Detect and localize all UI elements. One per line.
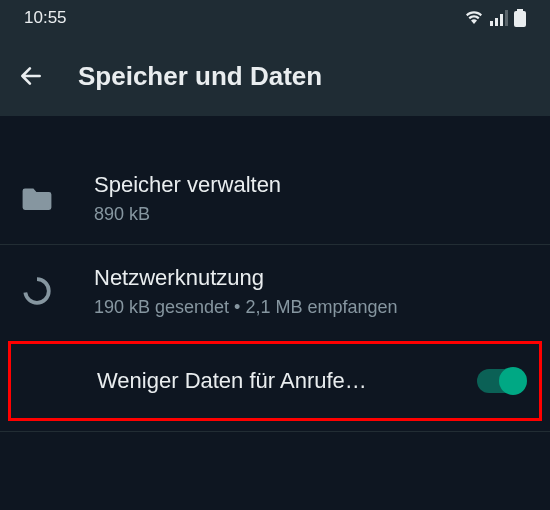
row-storage-sub: 890 kB <box>94 204 528 225</box>
signal-icon <box>490 10 508 26</box>
row-lowdata-title: Weniger Daten für Anrufe… <box>97 368 477 394</box>
divider <box>0 431 550 432</box>
status-bar: 10:55 <box>0 0 550 36</box>
back-arrow-icon[interactable] <box>18 63 44 89</box>
low-data-toggle[interactable] <box>477 369 525 393</box>
row-network-title: Netzwerknutzung <box>94 265 528 291</box>
folder-icon <box>22 186 66 210</box>
wifi-icon <box>464 10 484 26</box>
row-low-data-calls[interactable]: Weniger Daten für Anrufe… <box>8 341 542 421</box>
status-icons <box>464 9 526 27</box>
row-network-sub: 190 kB gesendet • 2,1 MB empfangen <box>94 297 528 318</box>
toggle-knob <box>499 367 527 395</box>
row-storage[interactable]: Speicher verwalten 890 kB <box>0 152 550 244</box>
settings-list: Speicher verwalten 890 kB Netzwerknutzun… <box>0 116 550 432</box>
svg-rect-0 <box>517 9 523 11</box>
battery-icon <box>514 9 526 27</box>
page-title: Speicher und Daten <box>78 61 322 92</box>
row-storage-title: Speicher verwalten <box>94 172 528 198</box>
row-network[interactable]: Netzwerknutzung 190 kB gesendet • 2,1 MB… <box>0 245 550 337</box>
header: Speicher und Daten <box>0 36 550 116</box>
svg-rect-1 <box>514 11 526 27</box>
data-usage-icon <box>22 276 66 306</box>
svg-point-2 <box>25 279 49 303</box>
status-time: 10:55 <box>24 8 67 28</box>
